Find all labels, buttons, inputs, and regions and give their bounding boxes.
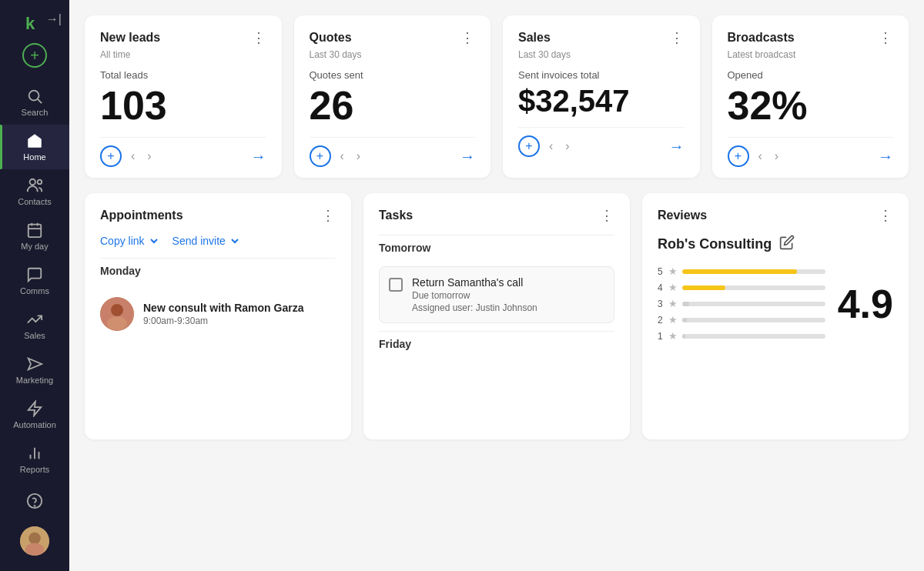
stat-card-quotes: Quotes ⋮ Last 30 days Quotes sent 26 + ‹… [294, 15, 491, 178]
appointment-time: 9:00am-9:30am [143, 316, 336, 326]
svg-point-4 [38, 180, 42, 185]
sidebar-item-sales[interactable]: Sales [0, 303, 69, 348]
svg-marker-9 [28, 402, 42, 416]
svg-text:k: k [25, 14, 35, 33]
svg-point-16 [28, 533, 41, 545]
stat-title-sales: Sales [518, 31, 551, 45]
sales-arrow[interactable]: → [669, 138, 685, 155]
stat-card-broadcasts: Broadcasts ⋮ Latest broadcast Opened 32%… [712, 15, 909, 178]
sidebar-item-reports[interactable]: Reports [0, 437, 69, 482]
broadcasts-prev[interactable]: ‹ [755, 148, 765, 165]
stat-card-header-quotes: Quotes ⋮ [310, 29, 476, 46]
stat-metric-leads: Total leads [100, 69, 266, 81]
review-bar-row: 4 ★ [658, 282, 825, 293]
stat-card-header-broadcasts: Broadcasts ⋮ [728, 29, 894, 46]
tasks-header: Tasks ⋮ [379, 207, 614, 224]
stat-footer-broadcasts: + ‹ › → [728, 137, 894, 167]
stat-subtitle-sales: Last 30 days [518, 49, 685, 60]
stat-title-leads: New leads [100, 31, 160, 45]
send-invite-label: Send invite [172, 235, 226, 247]
sidebar-label-marketing: Marketing [16, 376, 53, 385]
sidebar-item-home[interactable]: Home [0, 125, 69, 169]
quotes-menu[interactable]: ⋮ [460, 29, 475, 46]
sidebar-item-contacts[interactable]: Contacts [0, 169, 69, 214]
leads-arrow[interactable]: → [251, 148, 266, 165]
appointments-title: Appointments [100, 209, 183, 222]
sidebar-bottom [20, 485, 49, 562]
sidebar-item-myday[interactable]: My day [0, 214, 69, 259]
tasks-menu[interactable]: ⋮ [600, 207, 614, 224]
task-checkbox[interactable] [389, 278, 403, 292]
broadcasts-arrow[interactable]: → [878, 148, 893, 165]
sidebar-nav: Search Home Contacts My day [0, 80, 69, 485]
review-bar-row: 1 ★ [658, 330, 825, 342]
broadcasts-next[interactable]: › [772, 148, 782, 165]
bottom-row: Appointments ⋮ Copy link Send invite Mo [85, 193, 909, 439]
stat-title-broadcasts: Broadcasts [728, 31, 795, 45]
chevron-down-icon-2 [229, 235, 241, 247]
svg-rect-5 [28, 225, 42, 238]
avatar[interactable] [20, 526, 49, 556]
appointments-header: Appointments ⋮ [100, 207, 336, 224]
leads-prev[interactable]: ‹ [128, 148, 138, 165]
stat-metric-quotes: Quotes sent [310, 69, 476, 81]
tasks-day-friday: Friday [379, 331, 614, 356]
review-bar-num: 5 [658, 266, 664, 277]
task-due: Due tomorrow [412, 290, 537, 301]
logo: k [21, 9, 49, 37]
copy-link-btn[interactable]: Copy link [100, 235, 160, 247]
stat-card-new-leads: New leads ⋮ All time Total leads 103 + ‹… [85, 15, 282, 178]
sales-menu[interactable]: ⋮ [670, 29, 685, 46]
sidebar-item-automation[interactable]: Automation [0, 392, 69, 437]
review-bar-fill [682, 318, 687, 322]
review-bar-fill [682, 269, 797, 274]
appointment-item[interactable]: New consult with Ramon Garza 9:00am-9:30… [100, 289, 336, 339]
stat-footer-leads: + ‹ › → [100, 137, 266, 167]
reviews-menu[interactable]: ⋮ [879, 207, 893, 224]
stat-metric-broadcasts: Opened [728, 69, 894, 81]
broadcasts-add-btn[interactable]: + [728, 145, 749, 167]
copy-link-label: Copy link [100, 235, 145, 247]
sales-prev[interactable]: ‹ [546, 138, 556, 155]
add-button[interactable]: + [22, 43, 47, 68]
broadcasts-menu[interactable]: ⋮ [879, 29, 893, 46]
svg-point-20 [107, 316, 127, 330]
leads-next[interactable]: › [144, 148, 154, 165]
stat-title-quotes: Quotes [310, 31, 352, 45]
send-invite-btn[interactable]: Send invite [172, 235, 241, 247]
sales-next[interactable]: › [562, 138, 572, 155]
task-name: Return Samantha's call [412, 276, 537, 289]
task-item: Return Samantha's call Due tomorrow Assi… [379, 266, 614, 323]
leads-menu[interactable]: ⋮ [252, 29, 266, 46]
star-icon: ★ [668, 265, 678, 277]
stat-card-header-leads: New leads ⋮ [100, 29, 266, 46]
task-assigned: Assigned user: Justin Johnson [412, 302, 537, 313]
leads-add-btn[interactable]: + [100, 145, 122, 167]
sidebar-label-sales: Sales [24, 331, 45, 340]
sidebar-item-search[interactable]: Search [0, 80, 69, 125]
sales-add-btn[interactable]: + [518, 135, 540, 157]
quotes-prev[interactable]: ‹ [337, 148, 347, 165]
task-details: Return Samantha's call Due tomorrow Assi… [412, 276, 537, 313]
review-bar-num: 3 [658, 299, 664, 309]
quotes-arrow[interactable]: → [460, 148, 475, 165]
quotes-next[interactable]: › [353, 148, 363, 165]
stat-value-broadcasts: 32% [728, 84, 894, 128]
sidebar-label-comms: Comms [20, 286, 49, 296]
stat-subtitle-quotes: Last 30 days [310, 49, 476, 60]
reviews-score: 4.9 [838, 284, 893, 324]
sidebar-item-help[interactable] [20, 485, 49, 517]
appointments-widget: Appointments ⋮ Copy link Send invite Mo [85, 193, 351, 439]
appointments-menu[interactable]: ⋮ [321, 207, 336, 224]
quotes-add-btn[interactable]: + [310, 145, 331, 167]
tasks-widget: Tasks ⋮ Tomorrow Return Samantha's call … [363, 193, 630, 439]
review-bar-row: 5 ★ [658, 265, 825, 277]
sidebar-item-comms[interactable]: Comms [0, 259, 69, 303]
edit-icon[interactable] [779, 235, 795, 253]
review-bar-fill [682, 334, 685, 339]
collapse-icon[interactable]: →| [46, 12, 62, 26]
review-bar-track [682, 269, 825, 274]
sidebar-item-marketing[interactable]: Marketing [0, 348, 69, 392]
review-bar-track [682, 302, 825, 306]
star-icon: ★ [668, 298, 678, 309]
